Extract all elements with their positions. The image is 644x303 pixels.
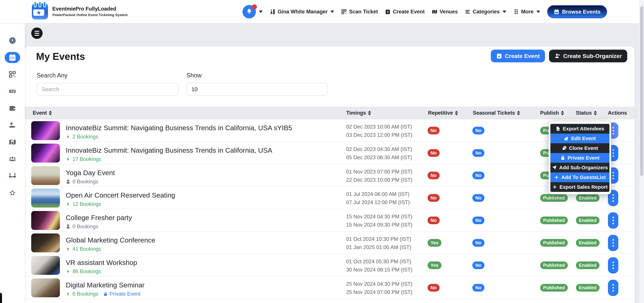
nav-scan-ticket[interactable]: Scan Ticket xyxy=(341,9,378,15)
event-title: Open Air Concert Reserved Seating xyxy=(66,191,175,199)
publish-badge: Published xyxy=(540,262,568,269)
menu-item-clone-event[interactable]: Clone Event xyxy=(550,143,610,153)
show-count-input[interactable] xyxy=(186,83,328,96)
nav-venues[interactable]: Venues xyxy=(432,9,458,15)
brand[interactable]: EventmiePro FullyLoaded PowerPacked Onli… xyxy=(32,3,128,19)
bolt-icon xyxy=(66,134,70,139)
app-title: EventmiePro FullyLoaded xyxy=(52,6,128,12)
chevron-down-icon xyxy=(259,10,262,13)
seasonal-tickets-badge: No xyxy=(472,217,484,224)
create-sub-organizer-button[interactable]: Create Sub-Organizer xyxy=(549,50,627,62)
column-header-repetitive[interactable]: Repetitive xyxy=(428,107,458,119)
chevron-down-icon xyxy=(330,10,334,13)
table-body: InnovateBiz Summit: Navigating Business … xyxy=(25,119,634,303)
dashboard-gauge-icon xyxy=(8,37,16,44)
sidebar-item-sub-organizers[interactable] xyxy=(5,170,20,182)
left-sidebar: $ xyxy=(0,23,25,303)
repetitive-badge: Yes xyxy=(428,262,442,269)
event-title: College Fresher party xyxy=(66,214,132,222)
sidebar-item-venues[interactable] xyxy=(5,137,20,148)
column-header-timings[interactable]: Timings xyxy=(346,107,371,119)
svg-text:$: $ xyxy=(10,90,12,93)
bookings-count[interactable]: 41 Bookings xyxy=(66,246,101,252)
edit-icon xyxy=(564,136,569,141)
user-menu[interactable]: Gina White Manager xyxy=(270,9,334,15)
sidebar-item-my-events[interactable] xyxy=(5,52,20,63)
event-thumbnail xyxy=(31,189,60,208)
wallet-icon xyxy=(8,104,16,112)
kebab-icon xyxy=(612,152,614,154)
nav-create-event[interactable]: Create Event xyxy=(385,9,425,15)
column-header-status[interactable]: Status xyxy=(576,107,597,119)
nav-more[interactable]: More xyxy=(513,9,540,15)
sidebar-toggle-button[interactable] xyxy=(31,27,42,39)
publish-badge: Published xyxy=(540,284,568,292)
app-subtitle: PowerPacked Online Event Ticketing Syste… xyxy=(52,13,128,17)
plus-icon xyxy=(554,175,559,180)
nav-categories[interactable]: Categories xyxy=(465,9,506,15)
sidebar-item-reviews[interactable] xyxy=(5,187,20,198)
notifications-button[interactable] xyxy=(242,5,262,18)
menu-item-add-sub-organizers[interactable]: Add Sub-Organizers xyxy=(550,163,610,172)
event-title: InnovateBiz Summit: Navigating Business … xyxy=(66,124,292,132)
bookings-count[interactable]: 12 Bookings xyxy=(66,201,101,207)
sidebar-item-attendees[interactable] xyxy=(5,154,20,165)
column-header-event[interactable]: Event xyxy=(33,107,52,119)
bookings-count[interactable]: 6 Bookings Private Event xyxy=(66,291,140,297)
menu-item-export-attendees[interactable]: CSV Export Attendees xyxy=(550,124,610,134)
top-nav-links: Gina White Manager Scan Ticket Create Ev… xyxy=(242,0,607,23)
repetitive-badge: No xyxy=(428,217,440,224)
svg-text:CSV: CSV xyxy=(557,129,560,131)
event-thumbnail xyxy=(31,278,60,297)
notification-badge-icon xyxy=(252,4,257,9)
column-header-publish[interactable]: Publish xyxy=(540,107,564,119)
repetitive-badge: No xyxy=(428,172,440,179)
menu-item-add-to-guestslist[interactable]: Add To GuestsList xyxy=(550,172,610,182)
bookings-count[interactable]: 0 Bookings xyxy=(66,224,98,230)
row-actions-button[interactable] xyxy=(608,280,618,296)
clone-icon xyxy=(562,146,567,151)
repetitive-badge: Yes xyxy=(428,239,442,247)
row-actions-button[interactable] xyxy=(608,212,618,229)
show-filter: Show xyxy=(186,72,328,96)
menu-item-export-sales-report[interactable]: Export Sales Report xyxy=(550,182,610,192)
users-group-icon xyxy=(8,155,16,163)
qr-scan-icon xyxy=(341,9,347,14)
table-row: College Fresher party 0 Bookings 15 Nov … xyxy=(25,209,634,232)
browse-events-button[interactable]: Browse Events xyxy=(547,5,607,18)
bookings-count[interactable]: 2 Bookings xyxy=(66,134,98,140)
row-actions-button[interactable] xyxy=(608,235,618,251)
hourglass-icon xyxy=(66,224,70,229)
seasonal-tickets-badge: No xyxy=(472,149,484,157)
table-row: VR assistant Workshop 86 Bookings 01 Oct… xyxy=(25,254,634,277)
table-row: InnovateBiz Summit: Navigating Business … xyxy=(25,142,634,164)
row-actions-button[interactable] xyxy=(608,257,618,274)
sidebar-item-customers[interactable] xyxy=(5,120,20,131)
sidebar-item-dashboard[interactable] xyxy=(5,35,20,46)
menu-item-edit-event[interactable]: Edit Event xyxy=(550,134,610,143)
sidebar-item-earnings[interactable]: $ xyxy=(5,86,20,97)
scrollbar-thumb[interactable] xyxy=(640,6,643,176)
sort-icon xyxy=(49,111,52,115)
column-header-seasonal-tickets[interactable]: Seasonal Tickets xyxy=(473,107,520,119)
main-layout: $ My Event xyxy=(0,23,644,303)
page-scrollbar[interactable] xyxy=(639,0,644,303)
event-timings: 15 Nov 2024 04:30 PM (IST)15 Nov 2024 09… xyxy=(346,213,412,229)
create-event-button[interactable]: Create Event xyxy=(491,50,545,62)
table-row: Digital Marketing Seminar 6 Bookings Pri… xyxy=(25,277,634,299)
bookings-count[interactable]: 17 Bookings xyxy=(66,156,101,162)
sidebar-item-bookings-scan[interactable] xyxy=(5,69,20,80)
repetitive-badge: No xyxy=(428,284,440,292)
kebab-icon xyxy=(612,242,614,244)
publish-badge: Published xyxy=(540,194,568,202)
user-tag-icon xyxy=(8,121,16,129)
bookings-count[interactable]: 86 Bookings xyxy=(66,269,101,275)
kebab-icon xyxy=(612,287,614,289)
star-icon xyxy=(8,189,16,197)
bookings-count[interactable]: 0 Bookings xyxy=(66,179,98,185)
repetitive-badge: No xyxy=(428,194,440,202)
search-input[interactable] xyxy=(36,83,178,96)
status-badge: Enabled xyxy=(576,262,600,269)
sidebar-item-wallet[interactable] xyxy=(5,103,20,114)
menu-item-private-event[interactable]: Private Event xyxy=(550,153,610,163)
